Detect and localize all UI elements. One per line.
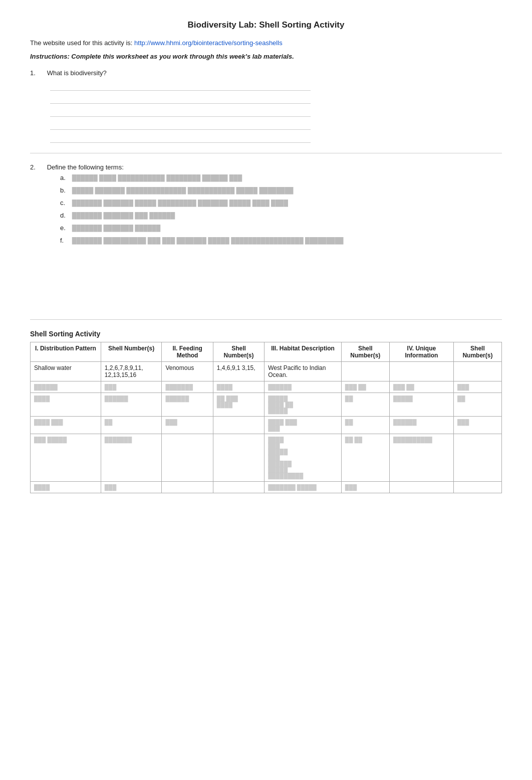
cell-dist-5: ███ █████ bbox=[31, 434, 101, 482]
answer-line-1 bbox=[50, 80, 311, 91]
cell-sn1-2: ███ bbox=[101, 381, 162, 393]
cell-sn4-2: ███ bbox=[453, 381, 501, 393]
website-link[interactable]: http://www.hhmi.org/biointeractive/sorti… bbox=[134, 39, 283, 47]
sub-item-a: a. ██████ ████ ███████████ ████████ ████… bbox=[60, 174, 502, 181]
cell-sn2-1: 1,4,6,9,1 3,15, bbox=[213, 362, 264, 381]
cell-uniq-1 bbox=[389, 362, 453, 381]
table-row-6: ████ ███ ███████ █████ ███ bbox=[31, 482, 502, 493]
header-unique: IV. Unique Information bbox=[389, 342, 453, 362]
cell-sn1-6: ███ bbox=[101, 482, 162, 493]
cell-sn3-1 bbox=[341, 362, 389, 381]
sub-label-b: b. bbox=[60, 186, 70, 194]
sub-item-f: f. ███████ ██████████ ███ ███ ███████ ██… bbox=[60, 237, 502, 244]
cell-sn2-3: ██ ███████ bbox=[213, 393, 264, 417]
cell-sn2-5 bbox=[213, 434, 264, 482]
sub-item-b: b. █████ ███████ ██████████████ ████████… bbox=[60, 186, 502, 194]
cell-sn1-3: ██████ bbox=[101, 393, 162, 417]
question-2-number: 2. bbox=[30, 163, 45, 171]
sub-label-a: a. bbox=[60, 174, 70, 181]
cell-sn2-2: ████ bbox=[213, 381, 264, 393]
header-distribution: I. Distribution Pattern bbox=[31, 342, 101, 362]
sub-label-c: c. bbox=[60, 199, 70, 207]
header-feeding: II. Feeding Method bbox=[162, 342, 213, 362]
cell-sn4-5 bbox=[453, 434, 501, 482]
header-shell-num-3: Shell Number(s) bbox=[341, 342, 389, 362]
cell-uniq-6 bbox=[389, 482, 453, 493]
answer-line-5 bbox=[50, 132, 311, 143]
sub-label-f: f. bbox=[60, 237, 70, 244]
shell-sorting-table: I. Distribution Pattern Shell Number(s) … bbox=[30, 342, 502, 493]
page-title: Biodiversity Lab: Shell Sorting Activity bbox=[30, 20, 502, 30]
cell-hab-2: ██████ bbox=[264, 381, 342, 393]
table-row-5: ███ █████ ███████ ██████████████████████… bbox=[31, 434, 502, 482]
cell-sn4-6 bbox=[453, 482, 501, 493]
cell-sn1-5: ███████ bbox=[101, 434, 162, 482]
cell-sn4-4: ███ bbox=[453, 417, 501, 434]
table-header-row: I. Distribution Pattern Shell Number(s) … bbox=[31, 342, 502, 362]
table-row-4: ████ ███ ██ ███ ████ ██████ ██ ██████ ██… bbox=[31, 417, 502, 434]
cell-feed-6 bbox=[162, 482, 213, 493]
answer-line-3 bbox=[50, 106, 311, 117]
website-label: The website used for this activity is: bbox=[30, 39, 132, 47]
cell-uniq-5: ██████████ bbox=[389, 434, 453, 482]
cell-feed-1: Venomous bbox=[162, 362, 213, 381]
cell-sn1-4: ██ bbox=[101, 417, 162, 434]
cell-sn3-6: ███ bbox=[341, 482, 389, 493]
shell-sorting-title: Shell Sorting Activity bbox=[30, 330, 502, 338]
cell-hab-3: █████████ ███████ bbox=[264, 393, 342, 417]
sub-answer-d: ███████ ███████ ███ ██████ bbox=[72, 212, 175, 219]
header-shell-num-4: Shell Number(s) bbox=[453, 342, 501, 362]
spacer-1 bbox=[30, 249, 502, 309]
sub-items-list: a. ██████ ████ ███████████ ████████ ████… bbox=[60, 174, 502, 244]
cell-feed-4: ███ bbox=[162, 417, 213, 434]
cell-sn2-6 bbox=[213, 482, 264, 493]
sub-answer-b: █████ ███████ ██████████████ ███████████… bbox=[72, 187, 294, 194]
divider-2 bbox=[30, 319, 502, 320]
answer-line-4 bbox=[50, 119, 311, 130]
sub-answer-e: ███████ ███████ ██████ bbox=[72, 225, 161, 232]
divider-1 bbox=[30, 153, 502, 153]
cell-feed-3: ██████ bbox=[162, 393, 213, 417]
cell-dist-3: ████ bbox=[31, 393, 101, 417]
question-2-block: 2. Define the following terms: a. ██████… bbox=[30, 163, 502, 244]
cell-dist-4: ████ ███ bbox=[31, 417, 101, 434]
cell-feed-5 bbox=[162, 434, 213, 482]
cell-sn1-1: 1,2,6,7,8,9,11, 12,13,15,16 bbox=[101, 362, 162, 381]
cell-dist-6: ████ bbox=[31, 482, 101, 493]
header-shell-num-2: Shell Number(s) bbox=[213, 342, 264, 362]
cell-sn3-3: ██ bbox=[341, 393, 389, 417]
cell-uniq-2: ███ ██ bbox=[389, 381, 453, 393]
sub-item-c: c. ███████ ███████ █████ █████████ █████… bbox=[60, 199, 502, 207]
cell-hab-5: ███████████████████████████████████ bbox=[264, 434, 342, 482]
cell-sn3-5: ██ ██ bbox=[341, 434, 389, 482]
cell-hab-4: ████ ██████ bbox=[264, 417, 342, 434]
website-line: The website used for this activity is: h… bbox=[30, 39, 502, 47]
header-habitat: III. Habitat Description bbox=[264, 342, 342, 362]
question-1-answers bbox=[50, 80, 502, 143]
header-shell-num-1: Shell Number(s) bbox=[101, 342, 162, 362]
cell-hab-6: ███████ █████ bbox=[264, 482, 342, 493]
cell-dist-2: ██████ bbox=[31, 381, 101, 393]
sub-item-d: d. ███████ ███████ ███ ██████ bbox=[60, 212, 502, 219]
question-2-text: 2. Define the following terms: bbox=[30, 163, 502, 171]
question-1-text: 1. What is biodiversity? bbox=[30, 69, 502, 77]
question-1-number: 1. bbox=[30, 69, 45, 77]
cell-sn2-4 bbox=[213, 417, 264, 434]
answer-line-2 bbox=[50, 93, 311, 104]
question-1-block: 1. What is biodiversity? bbox=[30, 69, 502, 143]
cell-sn3-4: ██ bbox=[341, 417, 389, 434]
sub-item-e: e. ███████ ███████ ██████ bbox=[60, 224, 502, 232]
cell-sn4-3: ██ bbox=[453, 393, 501, 417]
sub-label-d: d. bbox=[60, 212, 70, 219]
sub-answer-c: ███████ ███████ █████ █████████ ███████ … bbox=[72, 200, 288, 207]
cell-sn3-2: ███ ██ bbox=[341, 381, 389, 393]
cell-hab-1: West Pacific to Indian Ocean. bbox=[264, 362, 342, 381]
cell-dist-1: Shallow water bbox=[31, 362, 101, 381]
cell-uniq-3: █████ bbox=[389, 393, 453, 417]
question-1-body: What is biodiversity? bbox=[47, 69, 107, 77]
sub-label-e: e. bbox=[60, 224, 70, 232]
table-row-3: ████ ██████ ██████ ██ ███████ █████████ … bbox=[31, 393, 502, 417]
question-2-body: Define the following terms: bbox=[47, 163, 124, 171]
cell-uniq-4: ██████ bbox=[389, 417, 453, 434]
cell-feed-2: ███████ bbox=[162, 381, 213, 393]
